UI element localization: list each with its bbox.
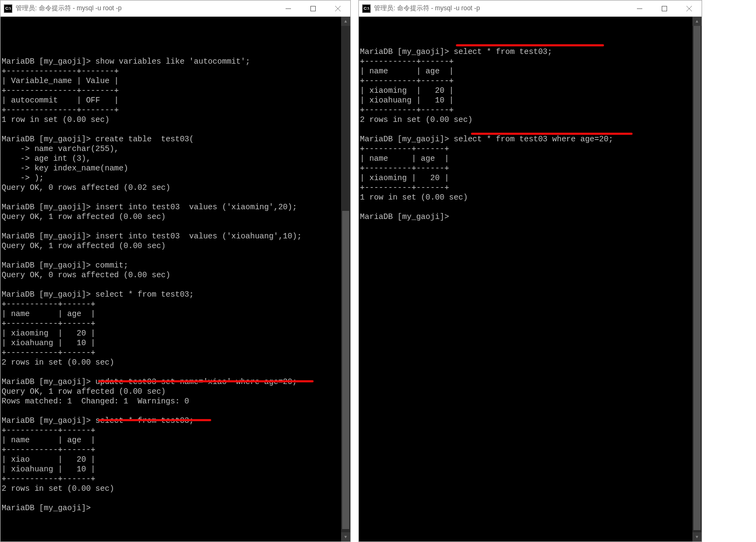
terminal-line: [2, 47, 350, 57]
terminal-line: [2, 125, 350, 134]
terminal-line: +-----------+------+: [2, 445, 350, 455]
cmd-window-right: C:\ 管理员: 命令提示符 - mysql -u root -p MariaD…: [358, 0, 702, 542]
terminal-line: Query OK, 1 row affected (0.00 sec): [2, 387, 350, 396]
scroll-down-button[interactable]: ▼: [692, 532, 702, 541]
scroll-thumb[interactable]: [342, 211, 349, 529]
terminal-line: 1 row in set (0.00 sec): [360, 193, 702, 202]
terminal-line: | name | age |: [2, 435, 350, 445]
window-title: 管理员: 命令提示符 - mysql -u root -p: [374, 4, 627, 13]
terminal-line: | xiaoming | 20 |: [360, 86, 702, 95]
terminal-line: +-----------+------+: [2, 299, 350, 309]
terminal-line: | Variable_name | Value |: [2, 76, 350, 86]
close-button[interactable]: [677, 1, 702, 16]
terminal-line: [2, 493, 350, 503]
scroll-thumb[interactable]: [693, 26, 700, 530]
terminal-line: Query OK, 0 rows affected (0.02 sec): [2, 183, 350, 193]
terminal-line: +-----------+------+: [360, 57, 702, 66]
terminal-line: +----------+------+: [360, 144, 702, 154]
minimize-button[interactable]: [627, 1, 652, 16]
terminal-line: MariaDB [my_gaoji]> update test03 set na…: [2, 377, 350, 387]
terminal-line: -> );: [2, 173, 350, 183]
scroll-down-button[interactable]: ▼: [341, 532, 350, 541]
scrollbar[interactable]: ▲ ▼: [341, 17, 350, 541]
svg-rect-1: [311, 6, 316, 11]
titlebar[interactable]: C:\ 管理员: 命令提示符 - mysql -u root -p: [359, 1, 702, 17]
terminal-line: [2, 367, 350, 377]
terminal-line: Query OK, 1 row affected (0.00 sec): [2, 212, 350, 222]
terminal-line: +----------+------+: [360, 163, 702, 173]
terminal-line: Rows matched: 1 Changed: 1 Warnings: 0: [2, 396, 350, 406]
terminal-line: 2 rows in set (0.00 sec): [2, 358, 350, 367]
terminal-line: MariaDB [my_gaoji]> show variables like …: [2, 57, 350, 66]
terminal-output[interactable]: MariaDB [my_gaoji]> select * from test03…: [359, 17, 702, 541]
terminal-line: MariaDB [my_gaoji]> select * from test03…: [360, 134, 702, 144]
terminal-line: | xioahuang | 10 |: [2, 338, 350, 348]
terminal-line: +---------------+-------+: [2, 66, 350, 76]
minimize-button[interactable]: [276, 1, 301, 16]
window-controls: [276, 1, 350, 16]
terminal-line: MariaDB [my_gaoji]> select * from test03…: [2, 290, 350, 299]
terminal-line: 2 rows in set (0.00 sec): [360, 115, 702, 125]
terminal-line: [2, 251, 350, 260]
terminal-line: 2 rows in set (0.00 sec): [2, 484, 350, 493]
terminal-line: Query OK, 1 row affected (0.00 sec): [2, 241, 350, 251]
terminal-line: | name | age |: [360, 154, 702, 163]
cmd-icon: C:\: [4, 4, 12, 13]
terminal-line: [2, 280, 350, 290]
scroll-up-button[interactable]: ▲: [341, 17, 350, 26]
terminal-line: Query OK, 0 rows affected (0.00 sec): [2, 270, 350, 280]
terminal-line: +-----------+------+: [2, 474, 350, 484]
terminal-line: MariaDB [my_gaoji]>: [2, 503, 350, 513]
terminal-line: +----------+------+: [360, 183, 702, 193]
maximize-button[interactable]: [301, 1, 325, 16]
terminal-line: [360, 125, 702, 134]
terminal-line: MariaDB [my_gaoji]> commit;: [2, 260, 350, 270]
terminal-line: +-----------+------+: [2, 426, 350, 435]
scrollbar[interactable]: ▲ ▼: [692, 17, 702, 541]
terminal-line: | xiaoming | 20 |: [2, 328, 350, 338]
terminal-line: MariaDB [my_gaoji]> select * from test03…: [2, 416, 350, 426]
window-controls: [627, 1, 702, 16]
maximize-button[interactable]: [652, 1, 677, 16]
terminal-line: MariaDB [my_gaoji]> create table test03(: [2, 134, 350, 144]
cmd-window-left: C:\ 管理员: 命令提示符 - mysql -u root -p MariaD…: [0, 0, 351, 542]
titlebar[interactable]: C:\ 管理员: 命令提示符 - mysql -u root -p: [1, 1, 350, 17]
cmd-icon: C:\: [362, 4, 371, 13]
svg-rect-5: [662, 6, 667, 11]
terminal-line: | name | age |: [2, 309, 350, 319]
terminal-line: -> name varchar(255),: [2, 144, 350, 154]
terminal-line: +-----------+------+: [360, 105, 702, 115]
terminal-line: | xioahuang | 10 |: [2, 464, 350, 474]
terminal-line: [2, 222, 350, 231]
terminal-line: +---------------+-------+: [2, 105, 350, 115]
terminal-line: | autocommit | OFF |: [2, 95, 350, 105]
terminal-line: [360, 202, 702, 212]
terminal-line: +---------------+-------+: [2, 86, 350, 95]
terminal-line: | xiaoming | 20 |: [360, 173, 702, 183]
annotation-underline: [456, 44, 604, 46]
terminal-line: +-----------+------+: [2, 348, 350, 358]
terminal-line: | xiao | 20 |: [2, 455, 350, 464]
terminal-line: +-----------+------+: [360, 76, 702, 86]
terminal-line: +-----------+------+: [2, 319, 350, 328]
scroll-up-button[interactable]: ▲: [692, 17, 702, 26]
terminal-line: [2, 193, 350, 202]
terminal-line: | xioahuang | 10 |: [360, 95, 702, 105]
close-button[interactable]: [325, 1, 350, 16]
terminal-line: [2, 406, 350, 416]
terminal-output[interactable]: MariaDB [my_gaoji]> show variables like …: [1, 17, 350, 541]
terminal-line: MariaDB [my_gaoji]> insert into test03 v…: [2, 231, 350, 241]
terminal-line: MariaDB [my_gaoji]> select * from test03…: [360, 47, 702, 57]
terminal-line: MariaDB [my_gaoji]>: [360, 212, 702, 222]
window-title: 管理员: 命令提示符 - mysql -u root -p: [16, 4, 276, 13]
terminal-line: | name | age |: [360, 66, 702, 76]
terminal-line: -> key index_name(name): [2, 163, 350, 173]
terminal-line: MariaDB [my_gaoji]> insert into test03 v…: [2, 202, 350, 212]
terminal-line: 1 row in set (0.00 sec): [2, 115, 350, 125]
terminal-line: -> age int (3),: [2, 154, 350, 163]
